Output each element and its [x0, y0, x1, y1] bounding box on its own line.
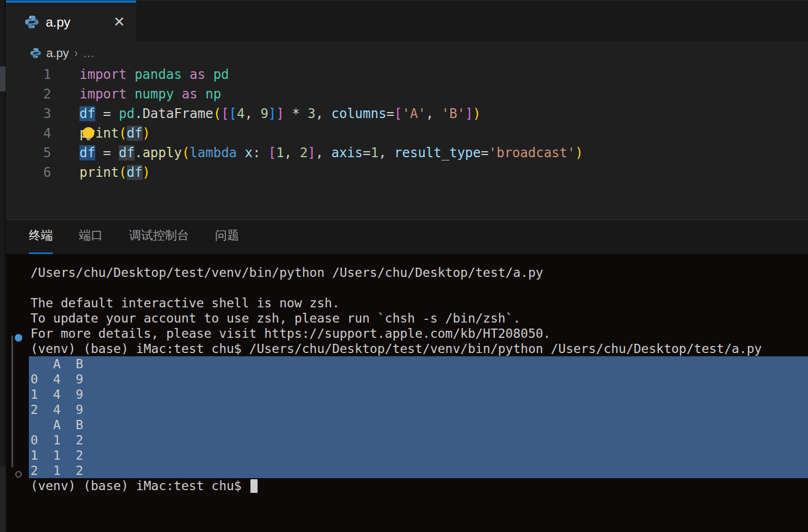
- terminal-selected-line: 2 4 9: [29, 402, 808, 417]
- editor-group: a.py ✕ a.py › … 1import pandas as pd2imp…: [6, 0, 808, 532]
- command-decoration-ring[interactable]: [15, 471, 22, 478]
- code-text: df = df.apply(lambda x: [1, 2], axis=1, …: [79, 143, 583, 163]
- line-number: 5: [6, 143, 51, 163]
- terminal-line: To update your account to use zsh, pleas…: [6, 311, 808, 326]
- sidebar-drag-handle[interactable]: [0, 66, 5, 91]
- left-scrollbar-thumb[interactable]: [0, 466, 5, 532]
- terminal-cursor: [250, 479, 258, 493]
- code-line[interactable]: 6print(df): [6, 163, 808, 182]
- python-icon: [30, 47, 41, 59]
- line-number: 3: [6, 104, 51, 123]
- terminal-line: /Users/chu/Desktop/test/venv/bin/python …: [6, 265, 808, 280]
- code-text: df = pd.DataFrame([[4, 9]] * 3, columns=…: [79, 104, 481, 123]
- terminal-area[interactable]: /Users/chu/Desktop/test/venv/bin/python …: [6, 254, 808, 532]
- terminal-selection: A B0 4 91 4 92 4 9 A B0 1 21 1 22 1 2: [29, 356, 808, 478]
- code-text: import pandas as pd: [79, 65, 229, 84]
- code-text: print(df): [79, 163, 150, 182]
- code-line[interactable]: 4print(df): [6, 123, 808, 143]
- tab-a-py[interactable]: a.py ✕: [6, 1, 136, 41]
- terminal-command-line: (venv) (base) iMac:test chu$ /Users/chu/…: [6, 341, 808, 356]
- panel-tab-problems[interactable]: 问题: [215, 220, 239, 254]
- line-number: 1: [6, 65, 51, 84]
- command-track-line: [11, 336, 13, 467]
- window-left-edge: [0, 0, 5, 532]
- line-number: 2: [6, 84, 51, 104]
- panel-tab-terminal[interactable]: 终端: [29, 220, 53, 254]
- code-line[interactable]: 5df = df.apply(lambda x: [1, 2], axis=1,…: [6, 143, 808, 163]
- line-number: 6: [6, 163, 51, 182]
- breadcrumb: a.py › …: [6, 41, 808, 65]
- terminal-selected-line: 0 1 2: [29, 432, 808, 448]
- code-line[interactable]: 3df = pd.DataFrame([[4, 9]] * 3, columns…: [6, 104, 808, 123]
- terminal-selected-line: 0 4 9: [29, 372, 808, 387]
- terminal-line: For more details, please visit https://s…: [6, 326, 808, 341]
- command-decoration-dot[interactable]: [15, 334, 22, 342]
- terminal-selected-line: A B: [29, 417, 808, 432]
- panel-tab-ports[interactable]: 端口: [79, 220, 103, 254]
- terminal-line: [6, 280, 808, 295]
- terminal-prompt-line: (venv) (base) iMac:test chu$: [6, 478, 808, 493]
- code-editor[interactable]: 1import pandas as pd2import numpy as np3…: [6, 65, 808, 219]
- python-icon: [25, 15, 39, 29]
- tab-label: a.py: [46, 15, 70, 30]
- panel-tab-debug-console[interactable]: 调试控制台: [129, 220, 189, 254]
- terminal-selected-line: 2 1 2: [29, 463, 808, 478]
- panel-tab-bar: 终端 端口 调试控制台 问题: [6, 219, 808, 254]
- chevron-right-icon: ›: [74, 46, 77, 60]
- line-number: 4: [6, 123, 51, 143]
- terminal-selected-line: 1 1 2: [29, 448, 808, 463]
- breadcrumb-file[interactable]: a.py: [46, 46, 69, 60]
- close-icon[interactable]: ✕: [110, 13, 128, 31]
- lightbulb-icon[interactable]: [81, 126, 96, 141]
- breadcrumb-symbol-more[interactable]: …: [83, 46, 96, 60]
- terminal-line: The default interactive shell is now zsh…: [6, 295, 808, 311]
- code-text: import numpy as np: [79, 84, 221, 104]
- terminal-selected-line: A B: [29, 356, 808, 372]
- terminal-shell-messages: /Users/chu/Desktop/test/venv/bin/python …: [6, 265, 808, 341]
- code-line[interactable]: 1import pandas as pd: [6, 65, 808, 84]
- bottom-panel: 终端 端口 调试控制台 问题 /Users/chu/Desktop/test/v…: [6, 219, 808, 532]
- terminal-selected-line: 1 4 9: [29, 387, 808, 402]
- code-line[interactable]: 2import numpy as np: [6, 84, 808, 104]
- tab-bar: a.py ✕: [6, 0, 808, 41]
